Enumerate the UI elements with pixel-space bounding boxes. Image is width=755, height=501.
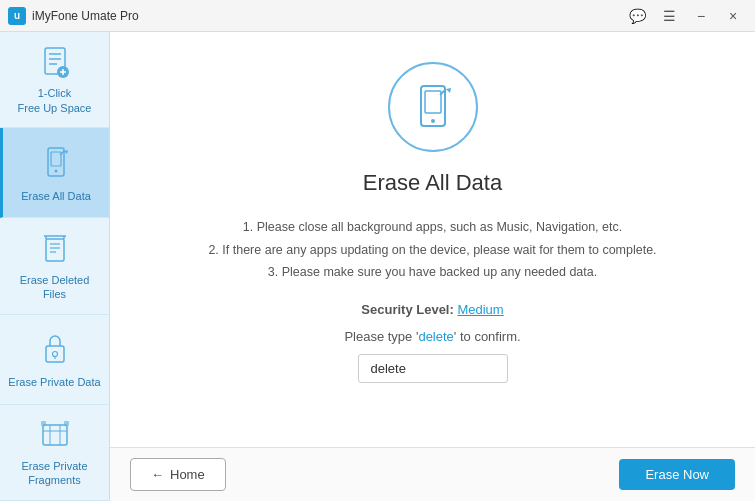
instruction-3: 3. Please make sure you have backed up a… bbox=[208, 261, 656, 284]
erase-all-data-icon bbox=[35, 142, 77, 183]
security-label: Security Level: bbox=[361, 302, 454, 317]
home-arrow-icon: ← bbox=[151, 467, 164, 482]
erase-now-label: Erase Now bbox=[645, 467, 709, 482]
home-button[interactable]: ← Home bbox=[130, 458, 226, 491]
confirm-word: delete bbox=[418, 329, 453, 344]
content-wrapper: Erase All Data 1. Please close all backg… bbox=[110, 32, 755, 501]
sidebar-item-erase-all-data[interactable]: Erase All Data bbox=[0, 128, 109, 218]
svg-point-9 bbox=[55, 169, 58, 172]
chat-button[interactable]: 💬 bbox=[623, 6, 651, 26]
sidebar-item-erase-private-data[interactable]: Erase Private Data bbox=[0, 315, 109, 405]
app-logo: u bbox=[8, 7, 26, 25]
instruction-2: 2. If there are any apps updating on the… bbox=[208, 239, 656, 262]
main-layout: 1-ClickFree Up Space Erase All Data bbox=[0, 32, 755, 501]
title-bar: u iMyFone Umate Pro 💬 ☰ − × bbox=[0, 0, 755, 32]
instruction-1: 1. Please close all background apps, suc… bbox=[208, 216, 656, 239]
svg-rect-8 bbox=[51, 152, 61, 166]
svg-rect-27 bbox=[64, 421, 69, 426]
close-button[interactable]: × bbox=[719, 6, 747, 26]
home-button-label: Home bbox=[170, 467, 205, 482]
svg-rect-26 bbox=[41, 421, 46, 426]
menu-button[interactable]: ☰ bbox=[655, 6, 683, 26]
erase-private-data-icon bbox=[34, 329, 76, 370]
sidebar-item-erase-deleted-files[interactable]: Erase Deleted Files bbox=[0, 218, 109, 314]
content-area: Erase All Data 1. Please close all backg… bbox=[110, 32, 755, 447]
svg-point-30 bbox=[431, 119, 435, 123]
window-controls: 💬 ☰ − × bbox=[623, 6, 747, 26]
free-up-space-icon bbox=[34, 44, 76, 80]
minimize-button[interactable]: − bbox=[687, 6, 715, 26]
sidebar-label-erase-private-fragments: Erase Private Fragments bbox=[8, 459, 101, 488]
svg-marker-32 bbox=[446, 88, 451, 93]
sidebar-item-erase-private-fragments[interactable]: Erase Private Fragments bbox=[0, 405, 109, 501]
sidebar-label-erase-private-data: Erase Private Data bbox=[8, 375, 100, 389]
bottom-bar: ← Home Erase Now bbox=[110, 447, 755, 501]
security-level-link[interactable]: Medium bbox=[457, 302, 503, 317]
svg-rect-19 bbox=[46, 346, 64, 362]
app-title: iMyFone Umate Pro bbox=[32, 9, 623, 23]
sidebar-label-free-up-space: 1-ClickFree Up Space bbox=[18, 86, 92, 115]
svg-point-20 bbox=[52, 352, 57, 357]
erase-private-fragments-icon bbox=[34, 417, 76, 453]
sidebar-label-erase-deleted-files: Erase Deleted Files bbox=[8, 273, 101, 302]
page-title: Erase All Data bbox=[363, 170, 502, 196]
erase-deleted-files-icon bbox=[34, 231, 76, 267]
confirm-input[interactable] bbox=[358, 354, 508, 383]
erase-all-data-icon-circle bbox=[388, 62, 478, 152]
svg-rect-22 bbox=[43, 425, 67, 445]
sidebar: 1-ClickFree Up Space Erase All Data bbox=[0, 32, 110, 501]
sidebar-label-erase-all-data: Erase All Data bbox=[21, 189, 91, 203]
svg-rect-12 bbox=[46, 239, 64, 261]
svg-rect-29 bbox=[425, 91, 441, 113]
instructions: 1. Please close all background apps, suc… bbox=[208, 216, 656, 284]
erase-now-button[interactable]: Erase Now bbox=[619, 459, 735, 490]
confirm-prompt: Please type 'delete' to confirm. bbox=[344, 329, 520, 344]
sidebar-item-free-up-space[interactable]: 1-ClickFree Up Space bbox=[0, 32, 109, 128]
security-level-line: Security Level: Medium bbox=[361, 302, 503, 317]
